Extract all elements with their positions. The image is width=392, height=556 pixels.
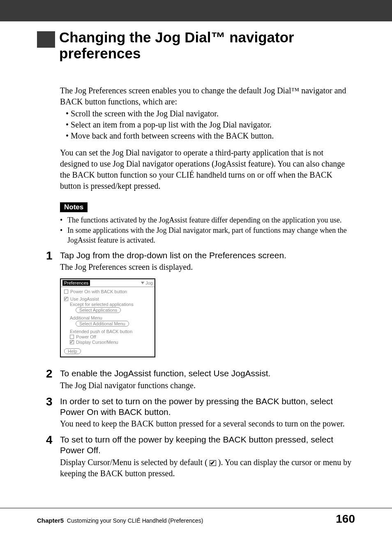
step-instruction: To enable the JogAssist function, select… — [60, 368, 352, 379]
footer-chapter: Chapter5 — [37, 517, 64, 524]
power-on-label: Power On with BACK button — [70, 289, 127, 294]
bullet-text: Move back and forth between screens with… — [71, 131, 274, 140]
intro-bullet-list: • Scroll the screen with the Jog Dial na… — [66, 108, 352, 141]
note-item: • In some applications with the Jog Dial… — [60, 226, 352, 245]
checkbox-unchecked-icon[interactable] — [70, 335, 74, 339]
bullet-text: Select an item from a pop-up list with t… — [71, 120, 272, 129]
dropdown-arrow-icon — [141, 282, 144, 284]
intro-paragraph-2: You can set the Jog Dial navigator to op… — [60, 147, 352, 192]
step-number: 3 — [46, 396, 60, 430]
bullet-icon: • — [60, 215, 67, 225]
step-number: 1 — [46, 250, 60, 357]
title-row: Changing the Jog Dial™ navigator prefere… — [37, 30, 355, 61]
extended-push-label: Extended push of BACK button — [70, 329, 151, 334]
screenshot-header: Preferences Jog — [61, 279, 154, 287]
title-bullet-icon — [37, 31, 55, 48]
checkbox-checked-icon[interactable] — [70, 340, 74, 344]
dropdown-label: Jog — [145, 280, 153, 285]
step-desc-pre: Display Cursor/Menu is selected by defau… — [60, 458, 210, 467]
step-3: 3 In order to set to turn on the power b… — [60, 396, 352, 430]
preferences-screenshot: Preferences Jog Power On with BACK butto… — [60, 278, 155, 357]
bullet-text: Scroll the screen with the Jog Dial navi… — [71, 109, 219, 118]
use-jogassist-label: Use JogAssist — [70, 297, 99, 301]
step-description: The Jog Preferences screen is displayed. — [60, 262, 352, 273]
display-cursor-row[interactable]: Display Cursor/Menu — [70, 340, 151, 345]
top-header-bar — [0, 0, 392, 21]
note-text: In some applications with the Jog Dial n… — [67, 226, 352, 245]
footer-left: Chapter5 Customizing your Sony CLIÉ Hand… — [37, 517, 203, 524]
footer-page-number: 160 — [336, 512, 355, 526]
step-number: 4 — [46, 434, 60, 479]
power-off-row[interactable]: Power Off — [70, 334, 151, 339]
step-description: Display Cursor/Menu is selected by defau… — [60, 457, 352, 479]
screenshot-dropdown[interactable]: Jog — [141, 280, 153, 285]
page-title: Changing the Jog Dial™ navigator prefere… — [59, 30, 355, 61]
additional-menu-label: Additional Menu — [70, 315, 151, 320]
help-button[interactable]: Help — [64, 348, 81, 354]
page-content: Changing the Jog Dial™ navigator prefere… — [0, 21, 392, 479]
power-off-label: Power Off — [76, 334, 96, 339]
notes-list: • The functions activated by the JogAssi… — [60, 215, 352, 245]
intro-paragraph: The Jog Preferences screen enables you t… — [60, 85, 352, 107]
intro-bullet: • Select an item from a pop-up list with… — [66, 119, 352, 130]
step-1: 1 Tap Jog from the drop-down list on the… — [60, 250, 352, 357]
notes-heading: Notes — [60, 202, 88, 212]
except-line: Except for selected applications — [70, 302, 151, 307]
footer-chapter-title: Customizing your Sony CLIÉ Handheld (Pre… — [67, 517, 203, 524]
checkbox-checked-icon — [210, 460, 216, 466]
step-description: The Jog Dial navigator functions change. — [60, 380, 352, 391]
step-4: 4 To set to turn off the power by keepin… — [60, 434, 352, 479]
bullet-icon: • — [60, 226, 67, 245]
checkbox-checked-icon[interactable] — [64, 297, 68, 301]
checkbox-unchecked-icon[interactable] — [64, 290, 68, 294]
step-instruction: To set to turn off the power by keeping … — [60, 434, 352, 456]
body: The Jog Preferences screen enables you t… — [60, 85, 352, 479]
note-text: The functions activated by the JogAssist… — [67, 215, 342, 225]
intro-bullet: • Scroll the screen with the Jog Dial na… — [66, 108, 352, 119]
use-jogassist-row[interactable]: Use JogAssist — [64, 297, 151, 301]
intro-bullet: • Move back and forth between screens wi… — [66, 130, 352, 141]
select-additional-menu-button[interactable]: Select Additional Menu — [76, 321, 129, 327]
screenshot-title: Preferences — [62, 280, 90, 286]
step-instruction: In order to set to turn on the power by … — [60, 396, 352, 418]
page-footer: Chapter5 Customizing your Sony CLIÉ Hand… — [0, 508, 392, 537]
note-item: • The functions activated by the JogAssi… — [60, 215, 352, 225]
step-number: 2 — [46, 368, 60, 391]
step-description: You need to keep the BACK button pressed… — [60, 418, 352, 429]
select-applications-button[interactable]: Select Applications — [76, 307, 121, 313]
power-on-row[interactable]: Power On with BACK button — [64, 289, 151, 294]
display-cursor-label: Display Cursor/Menu — [76, 340, 118, 345]
step-instruction: Tap Jog from the drop-down list on the P… — [60, 250, 352, 261]
step-2: 2 To enable the JogAssist function, sele… — [60, 368, 352, 391]
screenshot-body: Power On with BACK button Use JogAssist … — [61, 287, 154, 357]
